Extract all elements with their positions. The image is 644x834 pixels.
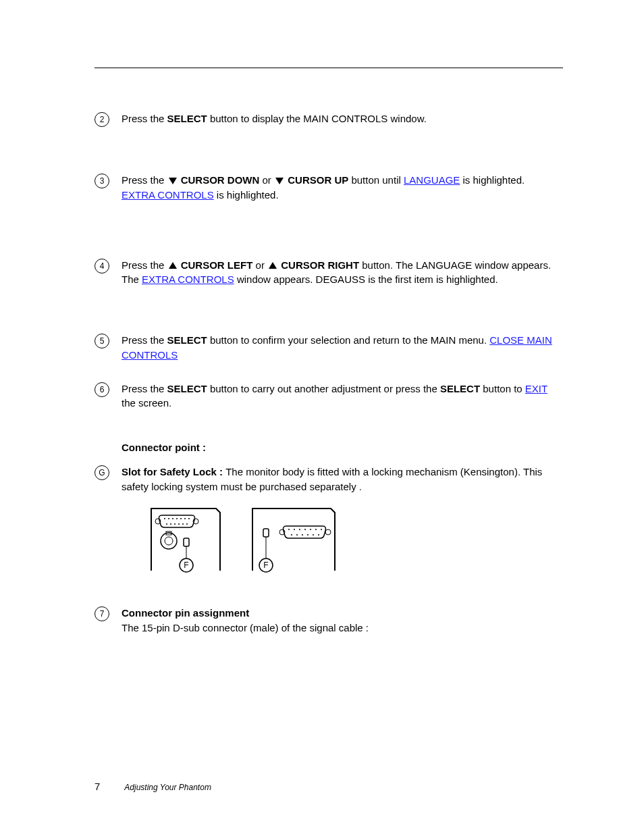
step-6-pre: Press the	[122, 383, 167, 394]
step-4-line2-pre: The	[122, 273, 142, 285]
step-3-lead: Press the	[122, 174, 167, 186]
link-extra-controls-1[interactable]: EXTRA CONTROLS	[122, 189, 214, 201]
step-number-5: 5	[95, 334, 109, 348]
step-number-3: 3	[95, 174, 109, 188]
svg-point-3	[176, 518, 178, 519]
step-number-2: 2	[95, 112, 109, 127]
page-footer: 7 Adjusting Your Phantom	[95, 781, 211, 792]
step-4-mid: or	[252, 259, 267, 271]
footer-page-number: 7	[95, 781, 100, 792]
step-7-lead: Connector pin assignment	[122, 607, 249, 619]
step-5-lead: Press the	[122, 334, 167, 346]
step-g: G Slot for Safety Lock : The monitor bod…	[95, 465, 563, 494]
svg-point-8	[170, 523, 171, 525]
step-6-bold-a: SELECT	[167, 383, 207, 394]
svg-point-24	[304, 529, 306, 530]
step-3-mid: or	[259, 174, 274, 186]
step-7-tail: The 15-pin D-sub connector (male) of the…	[122, 622, 369, 633]
step-3-tail: button until	[348, 174, 404, 186]
connector-point-heading: Connector point :	[122, 440, 563, 455]
step-5-tail: button to confirm your selection and ret…	[207, 334, 487, 346]
step-5-body: Press the SELECT button to confirm your …	[122, 333, 563, 363]
svg-point-10	[178, 523, 180, 525]
step-number-4: 4	[95, 259, 109, 273]
diagram-label-f1: F	[184, 561, 188, 570]
step-5-bold: SELECT	[167, 334, 207, 346]
svg-point-15	[161, 533, 177, 549]
step-7: 7 Connector pin assignment The 15-pin D-…	[95, 606, 563, 635]
svg-point-30	[302, 534, 303, 536]
step-4-body: Press the CURSOR LEFT or CURSOR RIGHT bu…	[122, 258, 563, 288]
step-4-line2-post: window appears. DEGAUSS is the first ite…	[234, 273, 498, 285]
svg-point-26	[315, 529, 317, 530]
step-4: 4 Press the CURSOR LEFT or CURSOR RIGHT …	[95, 258, 563, 288]
step-6-postlink: the screen.	[122, 397, 171, 409]
connector-diagrams: F F	[149, 506, 563, 580]
svg-point-29	[296, 534, 298, 536]
step-3: 3 Press the CURSOR DOWN or CURSOR UP but…	[95, 173, 563, 203]
svg-rect-36	[263, 529, 269, 537]
svg-point-4	[180, 518, 182, 519]
step-2-lead: Press the	[122, 113, 167, 124]
step-number-7: 7	[95, 606, 109, 621]
cursor-up-icon-2	[269, 262, 277, 269]
svg-point-5	[184, 518, 186, 519]
step-4-linkpre: The LANGUAGE window appears.	[396, 259, 551, 271]
svg-point-1	[168, 518, 169, 519]
connector-panel-1: F	[149, 506, 223, 580]
step-2-bold: SELECT	[167, 113, 207, 124]
svg-point-11	[182, 523, 184, 525]
step-4-lead: Press the	[122, 259, 167, 271]
step-3-body: Press the CURSOR DOWN or CURSOR UP butto…	[122, 173, 563, 203]
step-7-body: Connector pin assignment The 15-pin D-su…	[122, 606, 563, 635]
step-6-mid: button to carry out another adjustment o…	[207, 383, 440, 394]
diagram-label-f2: F	[263, 561, 268, 570]
step-5: 5 Press the SELECT button to confirm you…	[95, 333, 563, 363]
step-4-bold-b: CURSOR RIGHT	[278, 259, 359, 271]
step-g-body: Slot for Safety Lock : The monitor body …	[122, 465, 563, 494]
svg-point-16	[165, 537, 173, 545]
step-3-bold-b: CURSOR UP	[285, 174, 348, 186]
svg-point-27	[321, 529, 322, 530]
link-language[interactable]: LANGUAGE	[404, 174, 460, 186]
step-6-body: Press the SELECT button to carry out ano…	[122, 382, 563, 411]
connector-panel-2: F	[250, 506, 338, 580]
svg-point-28	[291, 534, 292, 536]
svg-point-2	[172, 518, 173, 519]
svg-point-33	[318, 534, 319, 536]
svg-point-12	[186, 523, 188, 525]
cursor-down-icon-2	[275, 178, 284, 184]
footer-caption: Adjusting Your Phantom	[124, 783, 211, 792]
step-6: 6 Press the SELECT button to carry out a…	[95, 382, 563, 411]
step-2-tail: button to display the MAIN CONTROLS wind…	[207, 113, 427, 124]
svg-point-22	[294, 529, 295, 530]
step-3-bold-a: CURSOR DOWN	[178, 174, 260, 186]
step-number-6: 6	[95, 382, 109, 397]
svg-point-32	[313, 534, 314, 536]
step-3-postlink2: is highlighted.	[214, 189, 279, 201]
svg-rect-18	[184, 538, 189, 546]
step-label-g: G	[95, 465, 109, 480]
svg-point-31	[307, 534, 308, 536]
step-6-bold-b: SELECT	[440, 383, 480, 394]
svg-point-25	[310, 529, 311, 530]
step-6-post: button to	[480, 383, 525, 394]
cursor-up-icon	[169, 262, 177, 269]
step-g-lead: Slot for Safety Lock :	[122, 466, 225, 477]
link-exit[interactable]: EXIT	[525, 383, 547, 394]
svg-point-23	[299, 529, 300, 530]
step-2-body: Press the SELECT button to display the M…	[122, 111, 563, 126]
step-4-bold-a: CURSOR LEFT	[178, 259, 253, 271]
svg-point-35	[325, 529, 331, 535]
svg-point-6	[188, 518, 190, 519]
step-4-tail: button.	[359, 259, 396, 271]
step-2: 2 Press the SELECT button to display the…	[95, 111, 563, 127]
svg-point-0	[164, 518, 165, 519]
step-3-postlink: is highlighted.	[460, 174, 525, 186]
cursor-down-icon	[169, 178, 177, 184]
link-extra-controls-2[interactable]: EXTRA CONTROLS	[142, 273, 234, 285]
svg-point-21	[288, 529, 290, 530]
svg-point-9	[174, 523, 176, 525]
svg-point-7	[166, 523, 167, 525]
